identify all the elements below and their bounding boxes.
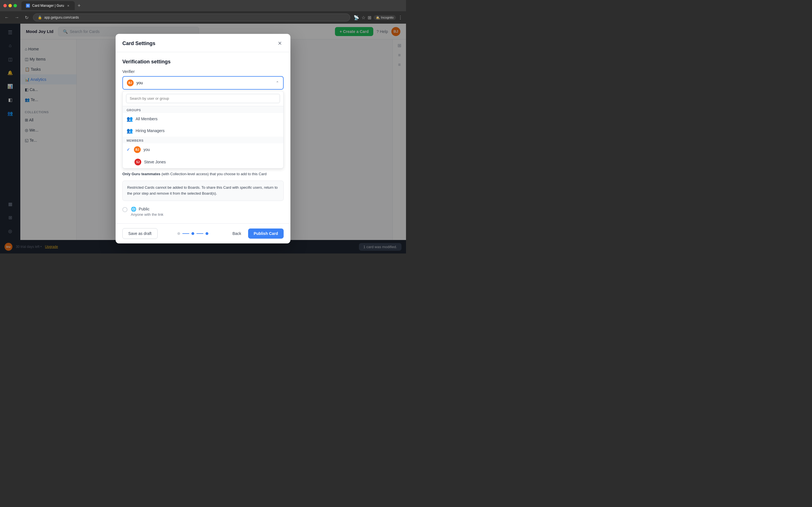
tab-close-button[interactable]: ✕ bbox=[66, 4, 70, 8]
verifier-dropdown[interactable]: BJ you ⌃ bbox=[122, 76, 284, 90]
member-you[interactable]: ✓ BJ you bbox=[123, 144, 283, 156]
active-tab[interactable]: G Card Manager | Guru ✕ bbox=[21, 1, 75, 10]
modal-close-button[interactable]: ✕ bbox=[276, 40, 284, 47]
incognito-badge: 🕵 Incognito bbox=[373, 15, 396, 20]
tab-title: Card Manager | Guru bbox=[32, 4, 64, 8]
progress-line-2 bbox=[197, 233, 203, 234]
selected-user-avatar: BJ bbox=[127, 79, 134, 86]
save-as-draft-button[interactable]: Save as draft bbox=[122, 228, 158, 239]
modal-footer: Save as draft Back Publish Card bbox=[116, 223, 290, 243]
restricted-text-italic: specific users bbox=[240, 185, 262, 189]
group-icon-all-members: 👥 bbox=[126, 116, 133, 122]
access-info-text: Only Guru teammates (with Collection-lev… bbox=[122, 172, 284, 176]
verifier-dropdown-menu: GROUPS 👥 All Members 👥 Hiring Managers M… bbox=[122, 91, 284, 168]
group-hiring-managers[interactable]: 👥 Hiring Managers bbox=[123, 125, 283, 136]
card-settings-modal: Card Settings ✕ Verification settings Ve… bbox=[116, 34, 290, 243]
group-hiring-managers-label: Hiring Managers bbox=[136, 128, 165, 133]
globe-icon: 🌐 bbox=[131, 207, 137, 212]
progress-dot-1 bbox=[177, 232, 180, 235]
members-section-label: MEMBERS bbox=[123, 136, 283, 144]
info-text-bold: Only Guru teammates bbox=[122, 172, 160, 176]
incognito-label: Incognito bbox=[381, 16, 394, 19]
close-window-button[interactable] bbox=[3, 4, 7, 7]
progress-dots bbox=[177, 232, 208, 235]
check-mark-you: ✓ bbox=[126, 147, 130, 152]
member-you-label: you bbox=[144, 147, 150, 152]
chevron-up-icon: ⌃ bbox=[276, 80, 279, 85]
member-you-avatar: BJ bbox=[134, 146, 141, 153]
public-label: Public bbox=[139, 207, 149, 211]
member-steve-jones-label: Steve Jones bbox=[144, 160, 166, 164]
menu-button[interactable]: ⋮ bbox=[398, 15, 403, 20]
public-radio-option[interactable]: 🌐 Public Anyone with the link bbox=[122, 207, 284, 217]
public-sublabel: Anyone with the link bbox=[131, 212, 284, 217]
forward-navigation-button[interactable]: → bbox=[13, 14, 20, 21]
selected-user-name: you bbox=[137, 80, 143, 85]
verifier-label: Verifier bbox=[122, 69, 284, 74]
incognito-icon: 🕵 bbox=[376, 16, 380, 19]
restricted-info-box: Restricted Cards cannot be added to Boar… bbox=[122, 180, 284, 201]
progress-dot-3 bbox=[206, 232, 208, 235]
verification-settings-title: Verification settings bbox=[122, 59, 284, 65]
modal-header: Card Settings ✕ bbox=[116, 34, 290, 52]
modal-body: Verification settings Verifier BJ you ⌃ … bbox=[116, 52, 290, 223]
restricted-text-start: Restricted Cards cannot be added to Boar… bbox=[127, 185, 240, 189]
traffic-lights bbox=[3, 4, 17, 7]
maximize-window-button[interactable] bbox=[13, 4, 17, 7]
publish-card-button[interactable]: Publish Card bbox=[248, 228, 284, 238]
dropdown-search-container bbox=[123, 91, 283, 106]
browser-chrome: G Card Manager | Guru ✕ + bbox=[0, 0, 406, 11]
group-all-members[interactable]: 👥 All Members bbox=[123, 113, 283, 125]
browser-actions: 📡 ☆ ⊞ 🕵 Incognito ⋮ bbox=[354, 15, 403, 20]
public-radio-button[interactable] bbox=[122, 207, 128, 212]
modal-title: Card Settings bbox=[122, 41, 155, 47]
extension-icon: ⊞ bbox=[368, 15, 371, 20]
reload-button[interactable]: ↻ bbox=[24, 14, 30, 21]
back-button[interactable]: Back bbox=[228, 228, 246, 238]
tab-bar: G Card Manager | Guru ✕ + bbox=[21, 1, 403, 10]
groups-section-label: GROUPS bbox=[123, 106, 283, 113]
address-bar: ← → ↻ 🔒 app.getguru.com/cards 📡 ☆ ⊞ 🕵 In… bbox=[0, 11, 406, 24]
url-text: app.getguru.com/cards bbox=[44, 15, 79, 19]
cast-icon: 📡 bbox=[354, 15, 359, 20]
minimize-window-button[interactable] bbox=[8, 4, 12, 7]
group-all-members-label: All Members bbox=[136, 117, 158, 121]
public-radio-content: 🌐 Public Anyone with the link bbox=[131, 207, 284, 217]
back-navigation-button[interactable]: ← bbox=[3, 14, 10, 21]
info-text-rest: (with Collection-level access) that you … bbox=[160, 172, 266, 176]
new-tab-button[interactable]: + bbox=[76, 3, 82, 9]
tab-favicon: G bbox=[26, 4, 30, 8]
dropdown-search-input[interactable] bbox=[126, 94, 280, 103]
public-radio-main: 🌐 Public bbox=[131, 207, 284, 212]
lock-icon: 🔒 bbox=[38, 15, 42, 19]
dropdown-selected-value: BJ you bbox=[127, 79, 143, 86]
member-steve-jones-avatar: SJ bbox=[135, 159, 141, 165]
footer-right-actions: Back Publish Card bbox=[228, 228, 284, 238]
bookmark-icon[interactable]: ☆ bbox=[361, 15, 365, 20]
progress-dot-2 bbox=[192, 232, 194, 235]
member-steve-jones[interactable]: SJ Steve Jones bbox=[123, 156, 283, 168]
progress-line-1 bbox=[183, 233, 189, 234]
address-input[interactable]: 🔒 app.getguru.com/cards bbox=[33, 13, 350, 21]
group-icon-hiring-managers: 👥 bbox=[126, 128, 133, 134]
app-container: ☰ ⌂ ◫ 🔔 📊 ◧ 👥 ▦ ⊞ ◎ ◱ Mood Joy Ltd 🔍 Sea… bbox=[0, 24, 406, 253]
